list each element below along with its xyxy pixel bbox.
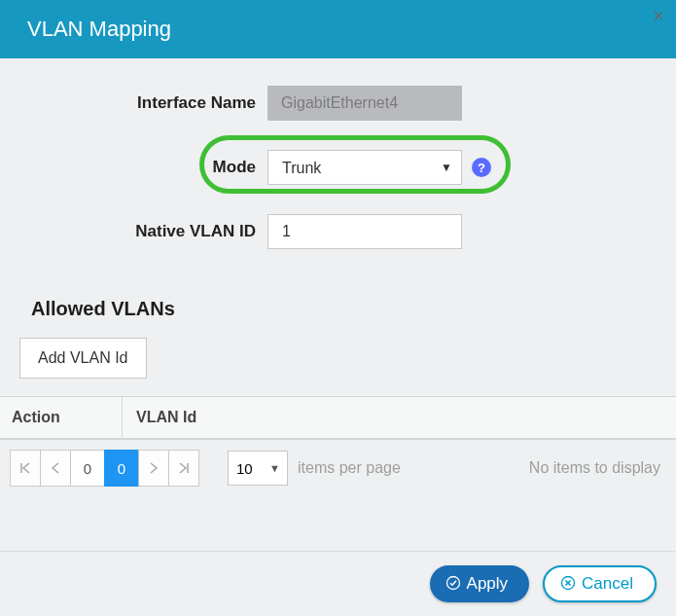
row-interface-name: Interface Name bbox=[19, 86, 657, 121]
apply-button-label: Apply bbox=[467, 574, 509, 594]
mode-select[interactable]: Trunk bbox=[267, 150, 462, 185]
cancel-button-label: Cancel bbox=[582, 574, 633, 594]
vlan-table-header: Action VLAN Id bbox=[0, 396, 676, 440]
empty-state-text: No items to display bbox=[529, 459, 660, 477]
dialog-header: VLAN Mapping bbox=[0, 0, 676, 58]
check-circle-icon bbox=[445, 575, 461, 594]
row-native-vlan: Native VLAN ID bbox=[19, 214, 657, 249]
allowed-vlans-title: Allowed VLANs bbox=[31, 298, 676, 320]
pager-last-icon[interactable] bbox=[168, 450, 199, 487]
pager-page-0a[interactable]: 0 bbox=[70, 450, 105, 487]
mode-select-wrap: Trunk ▼ bbox=[267, 150, 462, 185]
pager-page-0b[interactable]: 0 bbox=[104, 450, 139, 487]
column-header-vlan-id: VLAN Id bbox=[122, 397, 676, 438]
cancel-button[interactable]: Cancel bbox=[543, 565, 657, 602]
row-mode: Mode Trunk ▼ ? bbox=[19, 150, 657, 185]
items-per-page-label: items per page bbox=[298, 459, 401, 477]
pager-first-icon[interactable] bbox=[10, 450, 41, 487]
interface-name-label: Interface Name bbox=[19, 93, 267, 113]
pager-prev-icon[interactable] bbox=[40, 450, 71, 487]
native-vlan-label: Native VLAN ID bbox=[19, 222, 267, 241]
dialog-title: VLAN Mapping bbox=[27, 17, 171, 42]
pager-next-icon[interactable] bbox=[138, 450, 169, 487]
native-vlan-field[interactable] bbox=[267, 214, 462, 249]
help-icon[interactable]: ? bbox=[472, 158, 491, 177]
cancel-circle-icon bbox=[560, 575, 576, 594]
form-area: Interface Name Mode Trunk ▼ ? Native VLA… bbox=[0, 58, 676, 276]
close-icon[interactable]: × bbox=[653, 6, 664, 25]
items-per-page-select[interactable]: 10 bbox=[228, 451, 288, 486]
apply-button[interactable]: Apply bbox=[430, 565, 530, 602]
dialog-footer: Apply Cancel bbox=[0, 551, 676, 616]
add-vlan-id-button[interactable]: Add VLAN Id bbox=[19, 338, 147, 379]
mode-label: Mode bbox=[19, 158, 267, 177]
interface-name-field bbox=[267, 86, 462, 121]
pager: 0 0 10 ▼ items per page No items to disp… bbox=[0, 440, 676, 487]
items-per-page-wrap: 10 ▼ bbox=[228, 451, 288, 486]
column-header-action: Action bbox=[0, 409, 122, 426]
